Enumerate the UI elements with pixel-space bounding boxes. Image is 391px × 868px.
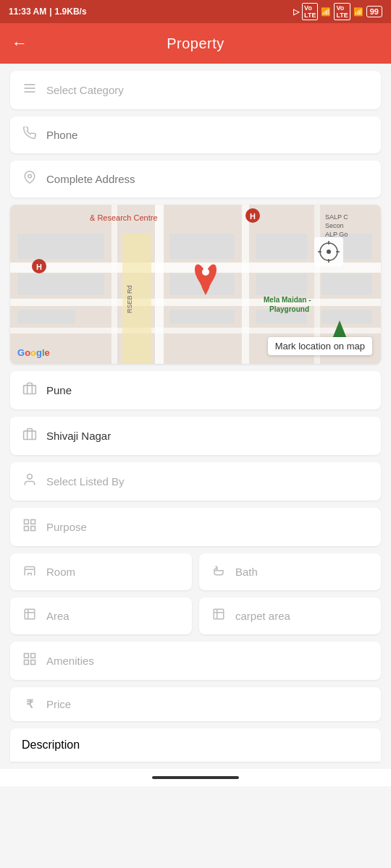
area-name-text: Shivaji Nagar	[46, 430, 111, 442]
carpet-area-icon	[211, 608, 227, 624]
amenities-text: Amenities	[46, 655, 94, 667]
svg-rect-48	[25, 520, 29, 524]
svg-rect-52	[25, 609, 35, 619]
area-name-icon	[22, 427, 38, 445]
price-icon: ₹	[22, 697, 38, 711]
listed-by-text: Select Listed By	[46, 475, 125, 488]
map-container[interactable]: & Research Centre H H RSEB Rd Mela Maida…	[10, 205, 381, 364]
room-field[interactable]: Room	[10, 553, 192, 590]
svg-rect-15	[256, 273, 307, 295]
signal-bars-icon: 📶	[321, 7, 331, 17]
svg-rect-13	[17, 310, 75, 324]
purpose-icon	[22, 518, 38, 536]
phone-icon	[22, 127, 38, 143]
svg-rect-56	[25, 660, 29, 665]
svg-text:ALP Go: ALP Go	[325, 231, 348, 238]
back-button[interactable]: ←	[12, 34, 28, 53]
volte-icon: VoLTE	[302, 3, 318, 20]
amenities-icon	[22, 652, 38, 670]
svg-text:H: H	[250, 212, 256, 221]
address-input[interactable]	[46, 173, 369, 185]
description-text: Description	[22, 739, 80, 752]
status-bar: 11:33 AM | 1.9KB/s ▷ VoLTE 📶 VoLTE 📶 99	[0, 0, 391, 23]
page-title: Property	[39, 35, 352, 52]
svg-rect-12	[17, 273, 104, 295]
description-row[interactable]: Description	[10, 728, 381, 762]
google-logo: Google	[17, 347, 50, 358]
bath-icon	[211, 563, 227, 580]
purpose-text: Purpose	[46, 521, 87, 533]
room-text: Room	[46, 566, 75, 578]
carpet-area-field[interactable]: carpet area	[199, 597, 381, 634]
category-icon	[22, 81, 38, 99]
svg-rect-9	[242, 205, 249, 364]
form-content: Select Category	[0, 64, 391, 769]
signal-bars2-icon: 📶	[353, 7, 363, 17]
bath-text: Bath	[235, 566, 258, 578]
status-separator: |	[49, 7, 51, 17]
svg-rect-49	[31, 520, 35, 524]
select-category-text: Select Category	[46, 84, 124, 96]
carpet-area-text: carpet area	[235, 610, 290, 622]
area-carpet-row: Area carpet area	[10, 597, 381, 634]
area-icon	[22, 608, 38, 624]
svg-point-34	[202, 268, 209, 276]
price-text: Price	[46, 698, 71, 710]
svg-rect-6	[10, 299, 381, 306]
svg-text:& Research Centre: & Research Centre	[90, 213, 158, 222]
select-category-row[interactable]: Select Category	[10, 71, 381, 109]
phone-row[interactable]	[10, 116, 381, 153]
svg-text:Playground: Playground	[269, 305, 309, 313]
room-icon	[22, 563, 38, 580]
svg-text:SALP C: SALP C	[325, 213, 348, 221]
bottom-bar	[0, 769, 391, 786]
area-text: Area	[46, 610, 70, 622]
price-row[interactable]: ₹ Price	[10, 687, 381, 721]
city-icon	[22, 381, 38, 399]
svg-rect-53	[214, 609, 224, 619]
status-time-network: 11:33 AM | 1.9KB/s	[9, 7, 87, 17]
bath-field[interactable]: Bath	[199, 553, 381, 590]
svg-text:RSEB Rd: RSEB Rd	[126, 285, 133, 313]
area-field[interactable]: Area	[10, 597, 192, 634]
svg-rect-50	[25, 527, 29, 531]
svg-rect-46	[24, 431, 36, 440]
status-time: 11:33 AM	[9, 7, 46, 17]
status-network: 1.9KB/s	[55, 7, 87, 17]
location-icon	[22, 171, 38, 187]
app-header: ← Property	[0, 23, 391, 64]
address-row[interactable]	[10, 161, 381, 197]
status-icons: ▷ VoLTE 📶 VoLTE 📶 99	[293, 3, 382, 20]
svg-rect-55	[31, 654, 35, 658]
svg-point-37	[327, 250, 331, 254]
purpose-row[interactable]: Purpose	[10, 508, 381, 546]
svg-point-47	[28, 475, 33, 480]
svg-rect-10	[112, 205, 117, 364]
svg-text:H: H	[36, 263, 42, 271]
svg-rect-16	[169, 310, 235, 324]
mark-location-text[interactable]: Mark location on map	[268, 337, 372, 355]
svg-rect-51	[31, 527, 35, 531]
svg-rect-23	[321, 310, 372, 324]
svg-text:Mela Maidan -: Mela Maidan -	[264, 296, 311, 304]
home-indicator	[152, 776, 239, 779]
svg-rect-45	[24, 386, 36, 394]
svg-rect-7	[10, 328, 381, 333]
listed-by-icon	[22, 472, 38, 490]
room-bath-row: Room Bath	[10, 553, 381, 590]
area-name-row[interactable]: Shivaji Nagar	[10, 417, 381, 455]
listed-by-row[interactable]: Select Listed By	[10, 462, 381, 501]
svg-point-3	[28, 174, 32, 178]
svg-rect-20	[256, 234, 307, 259]
svg-rect-57	[31, 660, 35, 665]
signal-icon: ▷	[293, 7, 299, 17]
svg-text:Secon: Secon	[325, 222, 344, 229]
amenities-row[interactable]: Amenities	[10, 642, 381, 680]
city-row[interactable]: Pune	[10, 371, 381, 409]
svg-rect-22	[321, 273, 372, 295]
svg-rect-8	[155, 205, 164, 364]
battery-icon: 99	[366, 6, 382, 17]
city-text: Pune	[46, 384, 72, 396]
volte2-icon: VoLTE	[334, 3, 350, 20]
phone-input[interactable]	[46, 129, 369, 141]
